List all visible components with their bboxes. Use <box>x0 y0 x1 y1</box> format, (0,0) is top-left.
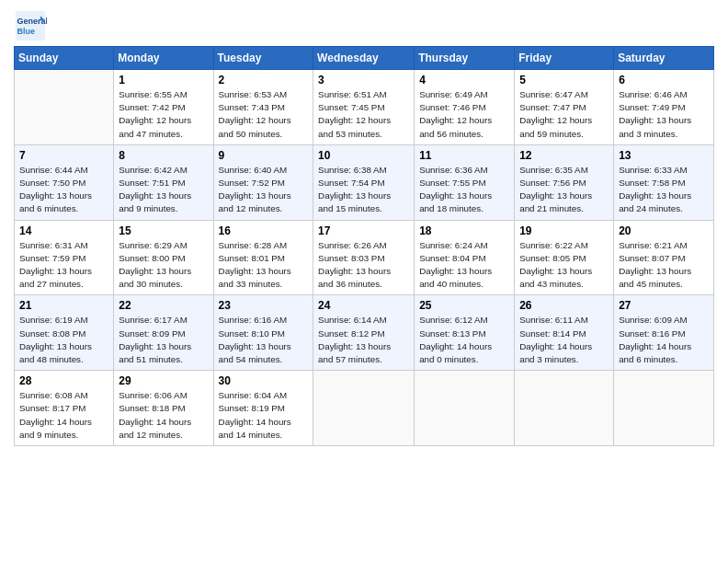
day-info: Sunrise: 6:44 AM Sunset: 7:50 PM Dayligh… <box>19 164 108 216</box>
day-number: 21 <box>19 299 108 312</box>
day-number: 25 <box>419 299 509 312</box>
day-info: Sunrise: 6:28 AM Sunset: 8:01 PM Dayligh… <box>219 239 309 292</box>
weekday-header-tuesday: Tuesday <box>213 47 313 70</box>
day-info: Sunrise: 6:49 AM Sunset: 7:46 PM Dayligh… <box>419 88 509 141</box>
day-info: Sunrise: 6:21 AM Sunset: 8:07 PM Dayligh… <box>619 239 709 292</box>
day-info: Sunrise: 6:38 AM Sunset: 7:54 PM Dayligh… <box>318 164 409 216</box>
calendar-cell: 15Sunrise: 6:29 AM Sunset: 8:00 PM Dayli… <box>114 220 213 295</box>
day-number: 27 <box>619 299 709 312</box>
day-info: Sunrise: 6:09 AM Sunset: 8:16 PM Dayligh… <box>619 314 709 366</box>
svg-text:Blue: Blue <box>17 27 36 36</box>
calendar-table: SundayMondayTuesdayWednesdayThursdayFrid… <box>14 46 714 446</box>
weekday-header-thursday: Thursday <box>415 47 515 70</box>
calendar-cell: 16Sunrise: 6:28 AM Sunset: 8:01 PM Dayli… <box>213 220 313 295</box>
day-number: 23 <box>219 299 309 312</box>
day-number: 9 <box>219 149 309 162</box>
day-info: Sunrise: 6:42 AM Sunset: 7:51 PM Dayligh… <box>119 164 208 216</box>
calendar-cell: 29Sunrise: 6:06 AM Sunset: 8:18 PM Dayli… <box>114 371 213 446</box>
weekday-header-wednesday: Wednesday <box>313 47 415 70</box>
weekday-header-sunday: Sunday <box>15 47 114 70</box>
logo: General Blue <box>14 9 51 42</box>
calendar-cell: 21Sunrise: 6:19 AM Sunset: 8:08 PM Dayli… <box>15 295 114 371</box>
calendar-cell: 19Sunrise: 6:22 AM Sunset: 8:05 PM Dayli… <box>515 220 614 295</box>
day-number: 19 <box>519 224 609 237</box>
day-number: 14 <box>19 224 108 237</box>
day-number: 16 <box>219 224 309 237</box>
day-info: Sunrise: 6:16 AM Sunset: 8:10 PM Dayligh… <box>219 314 309 366</box>
calendar-cell: 12Sunrise: 6:35 AM Sunset: 7:56 PM Dayli… <box>515 144 614 220</box>
day-info: Sunrise: 6:33 AM Sunset: 7:58 PM Dayligh… <box>619 164 709 216</box>
day-info: Sunrise: 6:17 AM Sunset: 8:09 PM Dayligh… <box>119 314 208 366</box>
calendar-cell: 5Sunrise: 6:47 AM Sunset: 7:47 PM Daylig… <box>515 70 614 145</box>
calendar-cell: 11Sunrise: 6:36 AM Sunset: 7:55 PM Dayli… <box>415 144 515 220</box>
day-info: Sunrise: 6:31 AM Sunset: 7:59 PM Dayligh… <box>19 239 108 292</box>
day-info: Sunrise: 6:29 AM Sunset: 8:00 PM Dayligh… <box>119 239 208 292</box>
day-number: 4 <box>419 74 509 86</box>
day-number: 28 <box>19 374 108 387</box>
calendar-cell: 8Sunrise: 6:42 AM Sunset: 7:51 PM Daylig… <box>114 144 213 220</box>
calendar-cell: 27Sunrise: 6:09 AM Sunset: 8:16 PM Dayli… <box>614 295 714 371</box>
day-info: Sunrise: 6:11 AM Sunset: 8:14 PM Dayligh… <box>519 314 609 366</box>
calendar-week-row: 28Sunrise: 6:08 AM Sunset: 8:17 PM Dayli… <box>15 371 714 446</box>
day-number: 30 <box>219 374 309 387</box>
day-info: Sunrise: 6:08 AM Sunset: 8:17 PM Dayligh… <box>19 389 108 442</box>
weekday-header-friday: Friday <box>515 47 614 70</box>
calendar-week-row: 1Sunrise: 6:55 AM Sunset: 7:42 PM Daylig… <box>15 70 714 145</box>
day-info: Sunrise: 6:47 AM Sunset: 7:47 PM Dayligh… <box>519 88 609 141</box>
day-info: Sunrise: 6:12 AM Sunset: 8:13 PM Dayligh… <box>419 314 509 366</box>
day-info: Sunrise: 6:04 AM Sunset: 8:19 PM Dayligh… <box>219 389 309 442</box>
calendar-cell: 20Sunrise: 6:21 AM Sunset: 8:07 PM Dayli… <box>614 220 714 295</box>
day-info: Sunrise: 6:22 AM Sunset: 8:05 PM Dayligh… <box>519 239 609 292</box>
calendar-cell: 17Sunrise: 6:26 AM Sunset: 8:03 PM Dayli… <box>313 220 415 295</box>
logo-icon: General Blue <box>14 9 47 42</box>
calendar-cell: 24Sunrise: 6:14 AM Sunset: 8:12 PM Dayli… <box>313 295 415 371</box>
day-info: Sunrise: 6:35 AM Sunset: 7:56 PM Dayligh… <box>519 164 609 216</box>
day-number: 20 <box>619 224 709 237</box>
calendar-cell <box>313 371 415 446</box>
calendar-cell: 25Sunrise: 6:12 AM Sunset: 8:13 PM Dayli… <box>415 295 515 371</box>
day-info: Sunrise: 6:24 AM Sunset: 8:04 PM Dayligh… <box>419 239 509 292</box>
day-number: 11 <box>419 149 509 162</box>
day-number: 10 <box>318 149 409 162</box>
day-info: Sunrise: 6:14 AM Sunset: 8:12 PM Dayligh… <box>318 314 409 366</box>
day-info: Sunrise: 6:36 AM Sunset: 7:55 PM Dayligh… <box>419 164 509 216</box>
calendar-cell: 13Sunrise: 6:33 AM Sunset: 7:58 PM Dayli… <box>614 144 714 220</box>
calendar-cell: 10Sunrise: 6:38 AM Sunset: 7:54 PM Dayli… <box>313 144 415 220</box>
day-number: 13 <box>619 149 709 162</box>
calendar-cell <box>415 371 515 446</box>
day-info: Sunrise: 6:51 AM Sunset: 7:45 PM Dayligh… <box>318 88 409 141</box>
calendar-week-row: 7Sunrise: 6:44 AM Sunset: 7:50 PM Daylig… <box>15 144 714 220</box>
calendar-cell: 26Sunrise: 6:11 AM Sunset: 8:14 PM Dayli… <box>515 295 614 371</box>
calendar-cell: 1Sunrise: 6:55 AM Sunset: 7:42 PM Daylig… <box>114 70 213 145</box>
day-number: 17 <box>318 224 409 237</box>
day-number: 1 <box>119 74 208 86</box>
calendar-cell: 28Sunrise: 6:08 AM Sunset: 8:17 PM Dayli… <box>15 371 114 446</box>
day-info: Sunrise: 6:46 AM Sunset: 7:49 PM Dayligh… <box>619 88 709 141</box>
calendar-week-row: 14Sunrise: 6:31 AM Sunset: 7:59 PM Dayli… <box>15 220 714 295</box>
day-number: 29 <box>119 374 208 387</box>
weekday-header-saturday: Saturday <box>614 47 714 70</box>
day-info: Sunrise: 6:06 AM Sunset: 8:18 PM Dayligh… <box>119 389 208 442</box>
day-info: Sunrise: 6:55 AM Sunset: 7:42 PM Dayligh… <box>119 88 208 141</box>
day-info: Sunrise: 6:53 AM Sunset: 7:43 PM Dayligh… <box>219 88 309 141</box>
day-number: 18 <box>419 224 509 237</box>
day-number: 5 <box>519 74 609 86</box>
calendar-cell: 7Sunrise: 6:44 AM Sunset: 7:50 PM Daylig… <box>15 144 114 220</box>
calendar-cell: 6Sunrise: 6:46 AM Sunset: 7:49 PM Daylig… <box>614 70 714 145</box>
calendar-cell <box>614 371 714 446</box>
day-number: 22 <box>119 299 208 312</box>
calendar-cell: 4Sunrise: 6:49 AM Sunset: 7:46 PM Daylig… <box>415 70 515 145</box>
calendar-cell: 22Sunrise: 6:17 AM Sunset: 8:09 PM Dayli… <box>114 295 213 371</box>
header: General Blue <box>14 9 714 42</box>
day-number: 12 <box>519 149 609 162</box>
day-number: 24 <box>318 299 409 312</box>
calendar-cell: 9Sunrise: 6:40 AM Sunset: 7:52 PM Daylig… <box>213 144 313 220</box>
day-number: 15 <box>119 224 208 237</box>
day-number: 8 <box>119 149 208 162</box>
day-number: 6 <box>619 74 709 86</box>
weekday-header-monday: Monday <box>114 47 213 70</box>
weekday-header-row: SundayMondayTuesdayWednesdayThursdayFrid… <box>15 47 714 70</box>
day-number: 3 <box>318 74 409 86</box>
calendar-cell: 14Sunrise: 6:31 AM Sunset: 7:59 PM Dayli… <box>15 220 114 295</box>
page-container: General Blue SundayMondayTuesdayWednesda… <box>0 0 728 455</box>
